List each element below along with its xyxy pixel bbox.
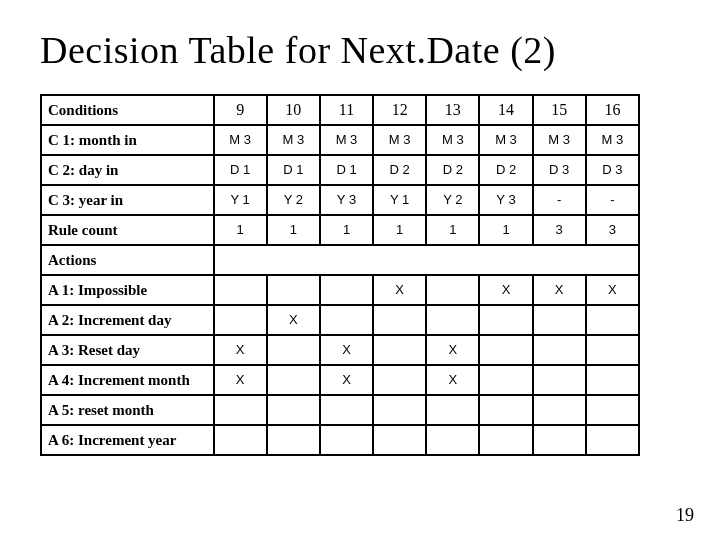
cell	[586, 305, 639, 335]
cell	[586, 425, 639, 455]
cell: X	[479, 275, 532, 305]
cell	[479, 425, 532, 455]
condition-row: C 3: year in Y 1 Y 2 Y 3 Y 1 Y 2 Y 3 - -	[41, 185, 639, 215]
cell: M 3	[373, 125, 426, 155]
cell: Y 1	[373, 185, 426, 215]
col-num: 10	[267, 95, 320, 125]
cell	[214, 305, 267, 335]
cell: X	[214, 335, 267, 365]
actions-blank	[214, 245, 639, 275]
cell: X	[533, 275, 586, 305]
cell: M 3	[320, 125, 373, 155]
cell	[426, 275, 479, 305]
cell	[320, 275, 373, 305]
cell: D 2	[479, 155, 532, 185]
action-row: A 6: Increment year	[41, 425, 639, 455]
cell	[320, 425, 373, 455]
cell: X	[320, 335, 373, 365]
decision-table: Conditions 9 10 11 12 13 14 15 16 C 1: m…	[40, 94, 640, 456]
cell: Y 3	[479, 185, 532, 215]
cell	[479, 335, 532, 365]
cell: -	[586, 185, 639, 215]
condition-label: Rule count	[41, 215, 214, 245]
action-label: A 6: Increment year	[41, 425, 214, 455]
slide-title: Decision Table for Next.Date (2)	[40, 28, 680, 72]
action-label: A 4: Increment month	[41, 365, 214, 395]
cell: M 3	[586, 125, 639, 155]
cell	[426, 395, 479, 425]
cell: M 3	[479, 125, 532, 155]
action-row: A 5: reset month	[41, 395, 639, 425]
cell	[373, 425, 426, 455]
column-header-row: Conditions 9 10 11 12 13 14 15 16	[41, 95, 639, 125]
cell: -	[533, 185, 586, 215]
condition-label: C 1: month in	[41, 125, 214, 155]
cell: X	[426, 365, 479, 395]
cell	[320, 305, 373, 335]
cell: M 3	[533, 125, 586, 155]
cell: D 3	[586, 155, 639, 185]
action-row: A 3: Reset day X X X	[41, 335, 639, 365]
col-num: 12	[373, 95, 426, 125]
cell: X	[373, 275, 426, 305]
cell	[533, 335, 586, 365]
cell	[479, 305, 532, 335]
cell: D 3	[533, 155, 586, 185]
cell: 3	[586, 215, 639, 245]
cell	[214, 425, 267, 455]
cell	[267, 395, 320, 425]
cell: D 2	[426, 155, 479, 185]
condition-row: C 1: month in M 3 M 3 M 3 M 3 M 3 M 3 M …	[41, 125, 639, 155]
condition-label: C 2: day in	[41, 155, 214, 185]
cell	[533, 395, 586, 425]
col-num: 14	[479, 95, 532, 125]
cell	[479, 395, 532, 425]
cell: X	[586, 275, 639, 305]
condition-label: C 3: year in	[41, 185, 214, 215]
cell: Y 2	[426, 185, 479, 215]
cell: Y 2	[267, 185, 320, 215]
action-label: A 1: Impossible	[41, 275, 214, 305]
cell	[533, 425, 586, 455]
cell	[214, 395, 267, 425]
cell: D 2	[373, 155, 426, 185]
cell	[533, 365, 586, 395]
cell	[267, 425, 320, 455]
cell	[426, 425, 479, 455]
cell: D 1	[267, 155, 320, 185]
cell: M 3	[267, 125, 320, 155]
cell	[479, 365, 532, 395]
col-num: 9	[214, 95, 267, 125]
col-num: 13	[426, 95, 479, 125]
actions-header-row: Actions	[41, 245, 639, 275]
cell: 1	[479, 215, 532, 245]
cell: M 3	[426, 125, 479, 155]
cell	[586, 395, 639, 425]
cell: 1	[214, 215, 267, 245]
action-row: A 1: Impossible X X X X	[41, 275, 639, 305]
cell: D 1	[214, 155, 267, 185]
action-row: A 2: Increment day X	[41, 305, 639, 335]
cell: X	[214, 365, 267, 395]
conditions-header: Conditions	[41, 95, 214, 125]
cell: 1	[426, 215, 479, 245]
cell	[267, 275, 320, 305]
cell: X	[320, 365, 373, 395]
cell	[373, 365, 426, 395]
cell: D 1	[320, 155, 373, 185]
cell: 3	[533, 215, 586, 245]
col-num: 11	[320, 95, 373, 125]
cell	[586, 335, 639, 365]
cell	[320, 395, 373, 425]
cell	[267, 335, 320, 365]
cell: 1	[373, 215, 426, 245]
condition-row: Rule count 1 1 1 1 1 1 3 3	[41, 215, 639, 245]
cell	[373, 395, 426, 425]
cell: 1	[267, 215, 320, 245]
action-row: A 4: Increment month X X X	[41, 365, 639, 395]
cell	[426, 305, 479, 335]
cell	[533, 305, 586, 335]
cell: M 3	[214, 125, 267, 155]
cell	[373, 335, 426, 365]
cell: Y 1	[214, 185, 267, 215]
